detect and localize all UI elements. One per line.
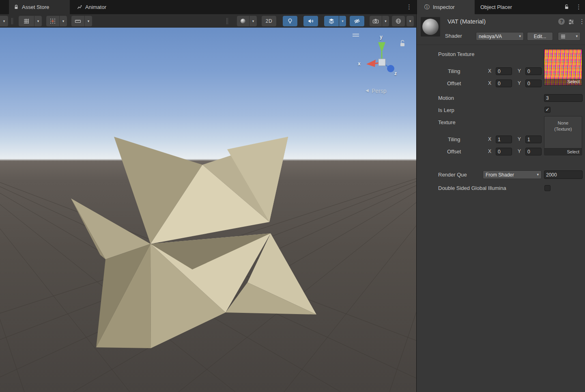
toolbar-grip[interactable]: [11, 18, 13, 24]
scene-visibility-toggle[interactable]: [350, 16, 364, 26]
offset1-y-label: Y: [518, 80, 521, 86]
tiling1-x-input[interactable]: [496, 67, 512, 75]
persp-label[interactable]: Persp: [372, 88, 387, 94]
scene-canvas: [0, 28, 416, 392]
menu-lines-icon: [561, 34, 566, 39]
gizmo-x-label[interactable]: x: [358, 61, 361, 67]
tab-animator[interactable]: Animator: [74, 0, 118, 14]
render-queue-dropdown[interactable]: From Shader ▾: [483, 170, 542, 179]
scene-view[interactable]: y x z ◀ Persp: [0, 28, 416, 392]
gizmo-lock-icon: [401, 40, 404, 43]
texture-slot[interactable]: None (Texture) Select: [544, 116, 582, 155]
y-axis-cone: [378, 42, 385, 53]
chevron-down-icon: ▾: [62, 19, 65, 23]
chevron-down-icon: ▾: [88, 19, 90, 23]
scene-audio-toggle[interactable]: [303, 16, 318, 26]
grid-settings-dropdown[interactable]: ▾: [34, 16, 42, 26]
texture-slot-select-button[interactable]: Select: [544, 148, 582, 155]
position-texture-select-button[interactable]: Select: [544, 79, 582, 85]
inspector-panel: ⓘ Inspector Object Placer ⋮ VAT (Materia…: [416, 0, 585, 392]
scene-camera-dropdown[interactable]: ▾: [382, 16, 389, 26]
scene-gizmo: [366, 40, 404, 72]
position-texture-thumbnail[interactable]: Select: [544, 49, 582, 86]
shading-mode-dropdown[interactable]: ▾: [249, 16, 257, 26]
tiling2-y-input[interactable]: [525, 136, 542, 143]
position-texture-label: Positon Texture: [438, 51, 474, 57]
chevron-down-icon: ▾: [37, 19, 39, 23]
gizmos-dropdown[interactable]: ▾: [406, 16, 414, 26]
unity-editor-window: Asset Store Animator ⋮ ▾ ▾ ▾ ▾ ▾ 2D: [0, 0, 585, 392]
tab-object-placer[interactable]: Object Placer: [477, 0, 530, 14]
shading-mode-button[interactable]: [237, 16, 249, 26]
render-queue-label: Render Que: [438, 172, 467, 178]
grid-visibility-button[interactable]: [19, 16, 34, 26]
scene-lighting-toggle[interactable]: [283, 16, 297, 26]
scene-camera-button[interactable]: [370, 16, 382, 26]
gizmo-y-label[interactable]: y: [380, 34, 383, 40]
inspector-panel-menu-icon[interactable]: ⋮: [576, 4, 582, 10]
animator-icon: [77, 4, 82, 10]
shader-dropdown[interactable]: nekoya/VA ▾: [476, 32, 524, 41]
snap-dropdown[interactable]: ▾: [60, 16, 67, 26]
offset1-x-input[interactable]: [496, 80, 512, 87]
chevron-down-icon: ▾: [537, 173, 539, 177]
scene-effects-dropdown[interactable]: ▾: [339, 16, 346, 26]
tiling1-x-label: X: [488, 68, 491, 74]
tiling2-x-input[interactable]: [496, 136, 512, 143]
snap-increment-button[interactable]: [71, 16, 84, 26]
offset2-y-input[interactable]: [525, 148, 542, 155]
material-preview[interactable]: [421, 17, 440, 37]
material-menu-icon[interactable]: ⋮: [579, 18, 585, 24]
gizmo-z-label[interactable]: z: [394, 71, 397, 76]
right-tab-bar: ⓘ Inspector Object Placer ⋮: [417, 0, 585, 14]
motion-input[interactable]: [544, 94, 583, 102]
gizmos-button[interactable]: [392, 16, 405, 26]
shader-edit-label: Edit...: [534, 34, 546, 39]
snap-settings-button[interactable]: [46, 16, 59, 26]
lock-icon: [14, 4, 19, 10]
toolbar-grip[interactable]: [226, 18, 228, 24]
gizmo-center-cube: [379, 59, 385, 66]
effects-icon: [328, 18, 335, 24]
is-lerp-checkbox[interactable]: [544, 107, 551, 113]
unlock-icon[interactable]: [564, 4, 569, 10]
left-panel-menu-icon[interactable]: ⋮: [406, 4, 412, 10]
2d-label: 2D: [266, 18, 272, 24]
tab-inspector-label: Inspector: [433, 4, 454, 10]
overlay-handle-icon: [353, 34, 359, 36]
offset1-x-label: X: [488, 80, 491, 86]
tiling1-label: Tiling: [448, 68, 460, 74]
offset2-x-input[interactable]: [496, 148, 512, 155]
info-icon: ⓘ: [424, 4, 430, 11]
tiling2-label: Tiling: [448, 136, 460, 142]
2d-toggle-button[interactable]: 2D: [262, 16, 276, 26]
chevron-down-icon: ▾: [409, 19, 411, 23]
snap-increment-dropdown[interactable]: ▾: [85, 16, 92, 26]
grid-icon: [23, 18, 30, 24]
shading-mode-icon: [240, 18, 246, 24]
scene-toolbar: ▾ ▾ ▾ ▾ ▾ 2D ▾: [0, 14, 416, 28]
presets-icon[interactable]: [568, 19, 574, 25]
tab-inspector[interactable]: ⓘ Inspector: [417, 0, 475, 14]
camera-icon: [372, 18, 379, 24]
offset1-y-input[interactable]: [525, 80, 542, 87]
tiling2-x-label: X: [488, 136, 491, 142]
tiling1-y-input[interactable]: [525, 67, 542, 75]
persp-arrow-icon[interactable]: ◀: [366, 88, 369, 93]
render-queue-input[interactable]: [544, 170, 583, 179]
double-sided-checkbox[interactable]: [544, 185, 551, 191]
tab-animator-label: Animator: [85, 4, 106, 10]
chevron-down-icon: ▾: [342, 19, 344, 23]
tool-handle-dropdown[interactable]: ▾: [0, 16, 8, 26]
help-icon[interactable]: ?: [558, 18, 565, 25]
tab-asset-store[interactable]: Asset Store: [9, 0, 70, 14]
lightbulb-icon: [287, 18, 293, 24]
chevron-down-icon: ▾: [385, 19, 387, 23]
scene-effects-toggle[interactable]: [324, 16, 339, 26]
material-title: VAT (Material): [447, 18, 486, 25]
gizmos-globe-icon: [395, 18, 402, 24]
shader-edit-button[interactable]: Edit...: [527, 32, 553, 41]
shader-dropdown-value: nekoya/VA: [479, 34, 502, 39]
is-lerp-label: Is Lerp: [438, 107, 454, 113]
shader-options-button[interactable]: ▾: [558, 32, 581, 41]
